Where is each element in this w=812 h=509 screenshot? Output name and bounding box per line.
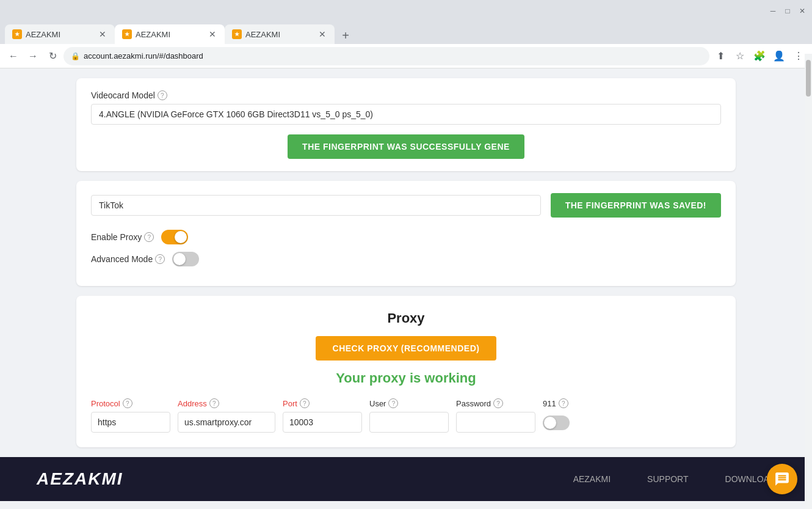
videocard-card: Videocard Model ? THE FINGERPRINT WAS SU…	[76, 78, 736, 171]
tab-1-favicon: ★	[12, 29, 22, 39]
nine11-info-icon[interactable]: ?	[559, 398, 568, 408]
password-input[interactable]	[456, 412, 535, 433]
proxy-fields: Protocol ? Address ? Port	[91, 398, 721, 433]
enable-proxy-toggle[interactable]	[161, 230, 188, 244]
user-label: User ?	[369, 398, 449, 408]
minimize-button[interactable]: ─	[768, 6, 778, 16]
chat-bubble-button[interactable]	[767, 464, 797, 494]
nine11-field: 911 ?	[543, 398, 592, 430]
port-label: Port ?	[283, 398, 362, 408]
videocard-info-icon[interactable]: ?	[158, 90, 167, 100]
close-button[interactable]: ✕	[797, 6, 807, 16]
extensions-button[interactable]: 🧩	[751, 48, 768, 65]
nine11-label: 911 ?	[543, 398, 592, 408]
nav-actions: ⬆ ☆ 🧩 👤 ⋮	[712, 48, 807, 65]
protocol-info-icon[interactable]: ?	[123, 398, 132, 408]
profile-name-input[interactable]	[91, 195, 541, 216]
footer-link-aezakmi[interactable]: AEZAKMI	[573, 474, 611, 484]
address-field: Address ?	[178, 398, 275, 433]
title-bar: ─ □ ✕	[0, 0, 812, 22]
protocol-field: Protocol ?	[91, 398, 170, 433]
nine11-toggle-knob	[544, 417, 556, 429]
user-info-icon[interactable]: ?	[388, 398, 398, 408]
forward-button[interactable]: →	[24, 48, 42, 65]
profile-button[interactable]: 👤	[770, 48, 788, 65]
port-field: Port ?	[283, 398, 362, 433]
window-controls[interactable]: ─ □ ✕	[768, 6, 807, 16]
advanced-mode-toggle-knob	[173, 253, 186, 265]
maximize-button[interactable]: □	[783, 6, 792, 16]
address-info-icon[interactable]: ?	[209, 398, 219, 408]
tab-2[interactable]: ★ AEZAKMI ✕	[115, 24, 225, 44]
page-content: Videocard Model ? THE FINGERPRINT WAS SU…	[0, 68, 812, 509]
tab-3-title: AEZAKMI	[245, 30, 314, 39]
advanced-mode-info-icon[interactable]: ?	[155, 254, 165, 264]
address-bar[interactable]: 🔒 account.aezakmi.run/#/dashboard	[63, 47, 709, 65]
proxy-title: Proxy	[91, 310, 721, 326]
footer-links: AEZAKMI SUPPORT DOWNLOAD	[573, 474, 775, 484]
bookmark-button[interactable]: ☆	[731, 48, 749, 65]
tab-3-close[interactable]: ✕	[317, 29, 327, 39]
check-proxy-button[interactable]: CHECK PROXY (RECOMMENDED)	[316, 336, 497, 361]
advanced-mode-row: Advanced Mode ?	[91, 252, 721, 266]
protocol-label: Protocol ?	[91, 398, 170, 408]
profile-name-wrap	[91, 195, 541, 216]
tab-1-title: AEZAKMI	[26, 30, 94, 39]
password-info-icon[interactable]: ?	[493, 398, 503, 408]
advanced-mode-toggle[interactable]	[172, 252, 199, 266]
advanced-mode-label: Advanced Mode ?	[91, 254, 165, 264]
proxy-working-text: Your proxy is working	[91, 370, 721, 386]
proxy-card: Proxy CHECK PROXY (RECOMMENDED) Your pro…	[76, 296, 736, 447]
address-text: account.aezakmi.run/#/dashboard	[84, 51, 702, 60]
protocol-input[interactable]	[91, 412, 170, 433]
scrollbar[interactable]	[805, 54, 812, 509]
enable-proxy-row: Enable Proxy ?	[91, 230, 721, 244]
chat-icon	[774, 471, 790, 487]
videocard-label: Videocard Model ?	[91, 90, 721, 100]
nine11-toggle[interactable]	[543, 416, 570, 430]
lock-icon: 🔒	[71, 52, 80, 60]
share-button[interactable]: ⬆	[712, 48, 729, 65]
footer-link-support[interactable]: SUPPORT	[647, 474, 688, 484]
footer: AEZAKMI AEZAKMI SUPPORT DOWNLOAD	[0, 457, 812, 501]
refresh-button[interactable]: ↻	[44, 48, 61, 65]
tab-2-close[interactable]: ✕	[208, 29, 217, 39]
profile-card: THE FINGERPRINT WAS SAVED! Enable Proxy …	[76, 181, 736, 286]
enable-proxy-toggle-knob	[175, 231, 187, 243]
tab-1-close[interactable]: ✕	[98, 29, 107, 39]
generate-fingerprint-button[interactable]: THE FINGERPRINT WAS SUCCESSFULLY GENE	[288, 134, 524, 159]
saved-button-wrap: THE FINGERPRINT WAS SAVED!	[551, 193, 721, 218]
tab-3-favicon: ★	[232, 29, 242, 39]
password-label: Password ?	[456, 398, 535, 408]
tab-1[interactable]: ★ AEZAKMI ✕	[5, 24, 115, 44]
tabs-bar: ★ AEZAKMI ✕ ★ AEZAKMI ✕ ★ AEZAKMI ✕ +	[0, 22, 812, 44]
footer-logo: AEZAKMI	[37, 469, 123, 489]
back-button[interactable]: ←	[5, 48, 22, 65]
address-label: Address ?	[178, 398, 275, 408]
user-field: User ?	[369, 398, 449, 433]
main-area: Videocard Model ? THE FINGERPRINT WAS SU…	[0, 78, 812, 501]
profile-row: THE FINGERPRINT WAS SAVED!	[91, 193, 721, 218]
tab-2-title: AEZAKMI	[136, 30, 204, 39]
tab-3[interactable]: ★ AEZAKMI ✕	[225, 24, 335, 44]
enable-proxy-info-icon[interactable]: ?	[144, 232, 154, 242]
tab-2-favicon: ★	[122, 29, 132, 39]
user-input[interactable]	[369, 412, 449, 433]
videocard-input[interactable]	[91, 104, 721, 125]
password-field: Password ?	[456, 398, 535, 433]
address-input[interactable]	[178, 412, 275, 433]
port-input[interactable]	[283, 412, 362, 433]
port-info-icon[interactable]: ?	[300, 398, 310, 408]
scroll-thumb[interactable]	[806, 60, 811, 97]
fingerprint-saved-button[interactable]: THE FINGERPRINT WAS SAVED!	[551, 193, 721, 218]
enable-proxy-label: Enable Proxy ?	[91, 232, 154, 242]
nav-bar: ← → ↻ 🔒 account.aezakmi.run/#/dashboard …	[0, 44, 812, 68]
new-tab-button[interactable]: +	[337, 27, 354, 44]
